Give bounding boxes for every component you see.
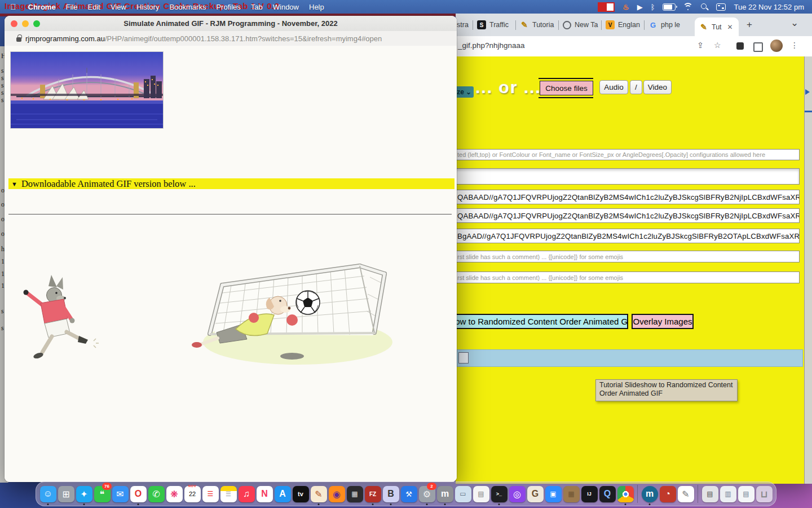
mail-icon[interactable]: ✉: [112, 483, 129, 505]
tab-england[interactable]: V Englan: [606, 14, 643, 36]
base64-input-2[interactable]: QABAAD//gA7Q1JFQVRPUjogZ2QtanBlZyB2MS4wI…: [456, 208, 800, 223]
textedit-icon[interactable]: ✎: [677, 483, 694, 505]
printer-icon[interactable]: ▤: [701, 483, 718, 505]
flame-icon[interactable]: ♨: [623, 3, 629, 11]
xcode-icon[interactable]: ⚒: [400, 483, 417, 505]
menu-item-view[interactable]: View: [105, 3, 131, 11]
quicktime-icon[interactable]: Q: [599, 483, 616, 505]
menu-item-file[interactable]: File: [61, 3, 83, 11]
sidebar-icon[interactable]: [753, 42, 763, 52]
pixelmator-icon[interactable]: ✎: [310, 483, 327, 505]
scroll-cursor: [805, 89, 810, 95]
gauge-app-icon[interactable]: ◔: [659, 483, 676, 505]
tab-traffic[interactable]: S Traffic: [477, 14, 514, 36]
tooth-app-icon[interactable]: m: [436, 483, 453, 505]
libreoffice-icon[interactable]: ▤: [473, 483, 489, 505]
wifi-icon[interactable]: [683, 3, 692, 10]
calendar-icon[interactable]: 22NOV: [184, 483, 201, 505]
intellij-icon[interactable]: IJ: [581, 483, 598, 505]
tab-newtab[interactable]: New Ta: [563, 14, 600, 36]
tab-tutorial[interactable]: ✎ Tutoria: [520, 14, 557, 36]
podcasts-icon[interactable]: ◎: [509, 483, 526, 505]
music-icon[interactable]: ♫: [238, 483, 255, 505]
comment-input-2[interactable]: rst slide has such a comment) ... {[unic…: [456, 271, 800, 283]
video-button[interactable]: Video: [643, 80, 672, 94]
base64-input-3[interactable]: BgAAD//gA7Q1JFQVRPUjogZ2QtanBlZyB2MS4wIC…: [456, 229, 800, 243]
battery-icon[interactable]: [663, 3, 676, 11]
share-icon[interactable]: ⇪: [697, 41, 704, 50]
menu-item-profiles[interactable]: Profiles: [211, 3, 245, 11]
scrollbar[interactable]: [804, 56, 812, 484]
document-icon[interactable]: ▥: [720, 483, 736, 505]
size-select[interactable]: ze ⌄: [456, 86, 474, 98]
close-icon[interactable]: ✕: [727, 23, 733, 31]
blue-bar[interactable]: [457, 349, 803, 367]
tab-php[interactable]: G php le: [648, 14, 686, 36]
gimp-icon[interactable]: G: [527, 483, 544, 505]
photos-icon[interactable]: ❋: [166, 483, 183, 505]
box-app-icon[interactable]: ▦: [563, 483, 580, 505]
firefox-icon[interactable]: ◉: [328, 483, 345, 505]
slash-button[interactable]: /: [630, 80, 642, 94]
appstore-icon[interactable]: A: [274, 483, 291, 505]
appletv-icon[interactable]: tv: [292, 483, 309, 505]
launchpad-icon[interactable]: ⊞: [58, 483, 74, 505]
url-text[interactable]: _gif.php?nhjhgnaaa: [458, 41, 525, 50]
facetime-icon[interactable]: ✆: [148, 483, 165, 505]
terminal-icon[interactable]: >_: [491, 483, 508, 505]
control-center-icon[interactable]: [716, 3, 726, 11]
messages-icon[interactable]: ❝76: [94, 483, 111, 505]
overlay-images-button[interactable]: Overlay Images: [632, 314, 694, 329]
bluetooth-icon[interactable]: ᛒ: [651, 3, 655, 11]
base64-input-1[interactable]: QABAAD//gA7Q1JFQVRPUjogZ2QtanBlZyB2MS4wI…: [456, 190, 800, 204]
finder-icon[interactable]: ☺: [39, 483, 56, 505]
tab-strip: stra S Traffic ✎ Tutoria New Ta V Englan…: [456, 14, 812, 36]
filezilla-icon: FZ: [365, 486, 381, 502]
chevron-down-icon[interactable]: ⌄: [791, 17, 798, 29]
menu-item-edit[interactable]: Edit: [83, 3, 105, 11]
opera-icon[interactable]: O: [130, 483, 147, 505]
menu-clock[interactable]: Tue 22 Nov 12:52 pm: [734, 3, 804, 11]
tab-background[interactable]: stra: [457, 14, 471, 36]
downloadable-gif-banner[interactable]: ▼ Downloadable Animated GIF version belo…: [8, 178, 454, 189]
url-bar[interactable]: rjmprogramming.com.au/PHP/animegif/outte…: [5, 31, 457, 46]
filezilla-icon[interactable]: FZ: [364, 483, 381, 505]
tab-active-tutorial[interactable]: ✎ Tut ✕: [695, 17, 739, 36]
menu-item-window[interactable]: Window: [268, 3, 304, 11]
avatar[interactable]: [770, 40, 783, 52]
audio-button[interactable]: Audio: [599, 80, 628, 94]
extension-icon[interactable]: [736, 42, 744, 50]
safari-icon[interactable]: ✦: [76, 483, 92, 505]
new-tab-button[interactable]: +: [747, 19, 752, 30]
news-icon[interactable]: N: [256, 483, 273, 505]
search-icon[interactable]: [700, 3, 708, 11]
zoom-icon[interactable]: ▣: [545, 483, 562, 505]
menu-item-help[interactable]: Help: [304, 3, 329, 11]
settings-icon[interactable]: ⚙2: [418, 483, 435, 505]
mamp-icon[interactable]: m: [641, 483, 658, 505]
calculator-icon[interactable]: ▦: [346, 483, 363, 505]
menu-item-chrome[interactable]: Chrome: [23, 3, 61, 11]
bbedit-icon[interactable]: B: [382, 483, 399, 505]
recording-indicator-icon[interactable]: [598, 2, 615, 12]
comment-input-1[interactable]: rst slide has such a comment) ... {[unic…: [456, 251, 800, 262]
screens-app-icon[interactable]: ▭: [454, 483, 471, 505]
menu-item-bookmarks[interactable]: Bookmarks: [164, 3, 211, 11]
empty-input[interactable]: [456, 168, 800, 185]
menu-dots-icon[interactable]: ⋮: [791, 41, 798, 50]
menu-item-tab[interactable]: Tab: [246, 3, 268, 11]
document-chrome-icon[interactable]: ▤: [738, 483, 754, 505]
apple-icon[interactable]: : [0, 2, 23, 11]
play-circle-icon[interactable]: ▶: [637, 3, 643, 11]
randomized-gif-button[interactable]: show to Randomized Content Order Animate…: [456, 314, 628, 329]
trash-icon[interactable]: ⊔: [756, 483, 773, 505]
notes-icon[interactable]: ☰: [220, 483, 237, 505]
menu-item-history[interactable]: History: [131, 3, 164, 11]
title-bar[interactable]: Simulate Animated GIF - RJM Programming …: [5, 16, 457, 32]
chrome-icon[interactable]: [617, 483, 634, 505]
bookmark-star-icon[interactable]: ☆: [714, 41, 721, 50]
choose-files-button[interactable]: Choose files: [540, 81, 593, 95]
reminders-icon[interactable]: ☰: [202, 483, 219, 505]
mini-icon: [458, 352, 469, 364]
config-input[interactable]: ted (left,top) or FontColour or Font_nam…: [456, 149, 800, 160]
